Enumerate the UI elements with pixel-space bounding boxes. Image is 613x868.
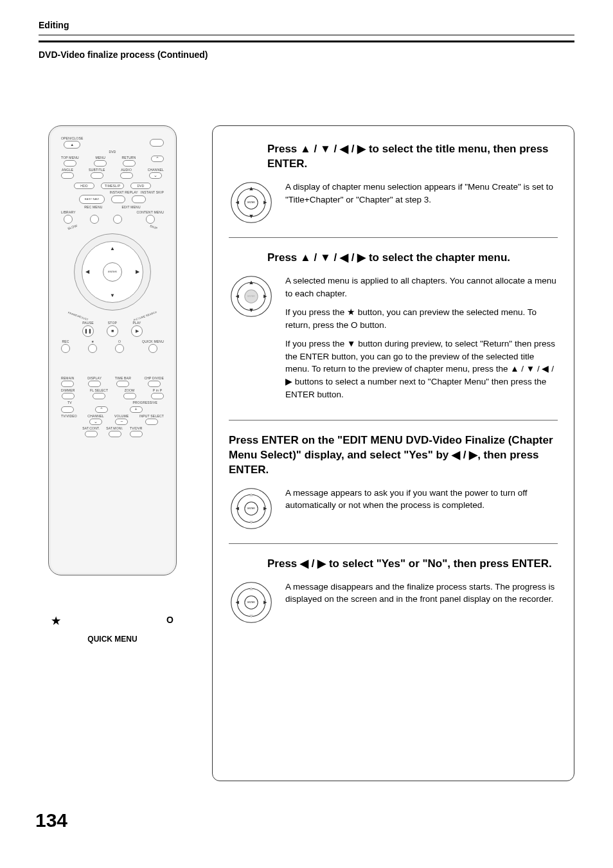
timeslip-button: TIMESLIP bbox=[101, 183, 124, 189]
section-label: Editing bbox=[39, 19, 574, 32]
button bbox=[94, 160, 107, 167]
divider bbox=[229, 543, 558, 544]
label: P in P bbox=[153, 388, 162, 393]
label: TV/VIDEO bbox=[61, 414, 77, 419]
label: ANGLE bbox=[62, 168, 73, 172]
button bbox=[64, 215, 73, 224]
label: DISPLAY bbox=[87, 376, 102, 381]
label: STOP bbox=[108, 321, 117, 325]
button bbox=[88, 381, 101, 387]
button bbox=[62, 393, 75, 399]
dpad-icon: ENTER bbox=[229, 181, 274, 224]
button bbox=[113, 215, 122, 224]
ring-icon: O bbox=[166, 614, 173, 628]
label: SAT.MONI. bbox=[106, 426, 123, 431]
step-2: Press ▲ / ▼ / ◀ / ▶ to select the chapte… bbox=[229, 251, 558, 407]
label: REMAIN bbox=[61, 376, 75, 381]
button bbox=[130, 431, 143, 437]
label: FRAME/ADJUST bbox=[67, 311, 89, 322]
right-arrow-icon: ▶ bbox=[136, 269, 139, 276]
divider bbox=[39, 35, 574, 35]
instruction-panel: Press ▲ / ▼ / ◀ / ▶ to select the title … bbox=[212, 125, 574, 781]
label: REC bbox=[62, 339, 69, 344]
step-text: A display of chapter menu selection appe… bbox=[285, 181, 558, 212]
label: SAT.CONT. bbox=[82, 426, 100, 431]
label: INSTANT REPLAY bbox=[109, 190, 138, 195]
svg-text:ENTER: ENTER bbox=[247, 601, 255, 604]
svg-text:ENTER: ENTER bbox=[247, 295, 255, 298]
label: DIMMER bbox=[61, 388, 75, 393]
label: CHP DIVIDE bbox=[144, 376, 164, 381]
pause-button: ❚❚ bbox=[82, 325, 94, 337]
power-button bbox=[150, 139, 164, 147]
remote-column: OPEN/CLOSE ▲ DVD TOP MENU MENU RETURN ⌃ … bbox=[39, 125, 186, 781]
button bbox=[151, 393, 164, 399]
enter-label: ENTER bbox=[247, 201, 255, 204]
subsection-label: DVD-Video finalize process (Continued) bbox=[39, 49, 574, 62]
label: ZOOM bbox=[125, 388, 135, 393]
button bbox=[109, 431, 121, 437]
step-1: Press ▲ / ▼ / ◀ / ▶ to select the title … bbox=[229, 142, 558, 224]
step-heading: Press ENTER on the "EDIT MENU DVD-Video … bbox=[229, 433, 558, 478]
button bbox=[61, 381, 74, 387]
label: ★ bbox=[91, 339, 94, 344]
easy-navi-button: EASY NAVI bbox=[79, 195, 105, 204]
plus-button: + bbox=[130, 406, 143, 413]
step-4: Press ◀ / ▶ to select "Yes" or "No", the… bbox=[229, 557, 558, 624]
step-text: A message disappears and the finalize pr… bbox=[285, 581, 558, 612]
label: SLOW bbox=[67, 224, 78, 231]
dpad-icon: ENTER bbox=[229, 275, 274, 318]
step-heading: Press ▲ / ▼ / ◀ / ▶ to select the title … bbox=[267, 142, 558, 172]
button bbox=[93, 393, 105, 399]
button bbox=[111, 195, 125, 203]
down-button: ⌄ bbox=[89, 419, 102, 425]
button bbox=[85, 431, 98, 437]
button bbox=[146, 215, 155, 224]
label: TOP MENU bbox=[61, 156, 79, 160]
up-button: ⌃ bbox=[151, 156, 164, 162]
hdd-button: HDD bbox=[74, 183, 94, 189]
label: RETURN bbox=[122, 156, 136, 160]
button bbox=[116, 381, 129, 387]
button bbox=[145, 419, 158, 425]
remote-callouts: ★ O QUICK MENU bbox=[39, 582, 186, 644]
o-button bbox=[115, 344, 124, 353]
label: TV bbox=[67, 401, 72, 405]
star-button bbox=[88, 344, 97, 353]
button bbox=[61, 406, 74, 413]
label: DVD bbox=[109, 150, 116, 154]
button bbox=[148, 381, 161, 387]
divider bbox=[229, 237, 558, 238]
label: CONTENT MENU bbox=[136, 210, 164, 215]
label: INPUT SELECT bbox=[139, 414, 164, 419]
label: TIME BAR bbox=[115, 376, 131, 381]
quick-menu-button bbox=[148, 344, 157, 353]
button bbox=[61, 172, 74, 179]
quick-menu-callout: QUICK MENU bbox=[39, 634, 186, 645]
dpad-icon: ENTER bbox=[229, 487, 274, 530]
label: CHANNEL bbox=[87, 414, 103, 419]
button bbox=[123, 393, 136, 399]
button bbox=[91, 172, 103, 179]
step-text: A selected menu is applied to all chapte… bbox=[285, 275, 558, 407]
button bbox=[123, 160, 136, 167]
stop-button: ■ bbox=[107, 325, 118, 337]
label: PAUSE bbox=[82, 321, 94, 325]
enter-button: ENTER bbox=[103, 262, 122, 282]
label: OPEN/CLOSE bbox=[61, 136, 84, 141]
step-3: Press ENTER on the "EDIT MENU DVD-Video … bbox=[229, 433, 558, 530]
up-button: ⌃ bbox=[95, 406, 108, 413]
step-heading: Press ▲ / ▼ / ◀ / ▶ to select the chapte… bbox=[267, 251, 558, 266]
down-arrow-icon: ▼ bbox=[110, 292, 115, 299]
minus-button: − bbox=[115, 419, 128, 425]
button bbox=[64, 160, 76, 167]
label: SUBTITLE bbox=[89, 168, 105, 172]
button bbox=[90, 215, 99, 224]
label: FL SELECT bbox=[90, 388, 108, 393]
left-arrow-icon: ◀ bbox=[85, 269, 89, 276]
star-icon: ★ bbox=[51, 614, 60, 628]
eject-button: ▲ bbox=[64, 141, 80, 149]
step-text: A message appears to ask you if you want… bbox=[285, 487, 558, 518]
rec-button bbox=[61, 344, 70, 353]
label: EDIT MENU bbox=[122, 205, 141, 210]
